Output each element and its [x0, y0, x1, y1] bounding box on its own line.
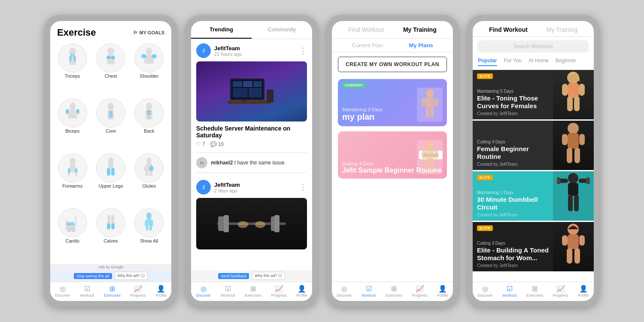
nav-workout-4[interactable]: ☑ Workout [502, 285, 516, 298]
exercise-show-all[interactable]: Show All [131, 208, 167, 261]
nav-workout-3[interactable]: ☑ Workout [361, 285, 376, 298]
tab-trending[interactable]: Trending [191, 21, 252, 39]
svg-rect-82 [243, 100, 246, 102]
exercise-upper-legs[interactable]: Upper Legs [93, 153, 128, 206]
nav-progress-1[interactable]: 📈 Progress [131, 285, 146, 298]
wc-creator-3: Created by JefitTeam [477, 213, 551, 217]
workout-icon-2: ☑ [225, 285, 231, 293]
tab-find-workout-4[interactable]: Find Workout [489, 26, 528, 33]
svg-point-106 [567, 72, 579, 84]
post-2-time: 2 days ago [214, 188, 299, 193]
post-1-more[interactable]: ⋮ [299, 46, 307, 55]
divider-2 [196, 173, 307, 173]
svg-text:J: J [202, 185, 205, 190]
post-2-more[interactable]: ⋮ [299, 182, 307, 192]
nav-profile-label-4: Profile [578, 293, 589, 298]
exercise-core[interactable]: Core [93, 98, 128, 151]
nav-workout-2[interactable]: ☑ Workout [221, 285, 235, 298]
nav-workout-label: Workout [80, 293, 94, 298]
svg-rect-29 [109, 113, 111, 115]
nav-profile-1[interactable]: 👤 Profile [155, 285, 167, 298]
workout-card-3[interactable]: ELITE Maintaining 1 Days 30 Minute Dumbb… [473, 171, 594, 221]
sub-tabs-3: Current Plan My Plans [332, 39, 453, 52]
my-training-screen: Find Workout My Training Current Plan My… [332, 21, 453, 301]
post-1-reactions: ♡ 7 💬 10 [196, 141, 307, 147]
sub-tab-myplans[interactable]: My Plans [409, 42, 433, 49]
nav-discover-2[interactable]: ◎ Discover [196, 285, 211, 298]
svg-rect-51 [146, 172, 149, 176]
svg-rect-110 [567, 96, 573, 111]
workout-card-4[interactable]: ELITE Cutting 3 Days Elite - Building A … [473, 222, 594, 271]
ad-label: Ads by Google [50, 264, 171, 270]
nav-discover-4[interactable]: ◎ Discover [477, 285, 492, 298]
exercise-glutes[interactable]: Glutes [131, 153, 167, 206]
sub-tab-current[interactable]: Current Plan [352, 42, 383, 49]
exercise-shoulder[interactable]: Shoulder [131, 43, 167, 96]
svg-point-56 [67, 228, 71, 232]
comment-count[interactable]: 💬 10 [210, 141, 224, 147]
exercise-triceps[interactable]: Triceps [55, 43, 90, 96]
nav-exercises-1[interactable]: ⊞ Exercises [104, 285, 121, 298]
nav-progress-4[interactable]: 📈 Progress [553, 285, 568, 298]
why-ad-button[interactable]: Why this ad? ⓘ [115, 272, 148, 280]
progress-icon-3: 📈 [416, 285, 424, 293]
wc-info-1: Maintaining 5 Days Elite - Toning Those … [477, 89, 551, 116]
stop-ad-button[interactable]: Stop seeing this ad [74, 273, 112, 279]
exercise-forearms[interactable]: Forearms [55, 153, 90, 206]
filter-popular[interactable]: Popular [478, 58, 497, 66]
tab-my-training-4[interactable]: My Training [547, 26, 577, 33]
filter-at-home[interactable]: At Home [529, 58, 549, 66]
phone-screen-1: Exercise 🏳 MY GOALS [44, 15, 177, 307]
svg-rect-96 [422, 98, 426, 106]
nav-workout-1[interactable]: ☑ Workout [80, 285, 94, 298]
send-feedback-button[interactable]: Send feedback [218, 273, 249, 279]
calves-label: Calves [103, 238, 118, 243]
workout-card-2[interactable]: Cutting 4 Days Female Beginner Routine C… [473, 121, 594, 170]
tab-my-training-3[interactable]: My Training [403, 26, 437, 33]
create-plan-button[interactable]: CREATE MY OWN WORKOUT PLAN [338, 57, 447, 72]
why-ad-button-2[interactable]: Why this ad? ⓘ [252, 272, 285, 280]
exercise-biceps[interactable]: Biceps [55, 98, 90, 151]
workout-icon: ☑ [84, 285, 90, 293]
nav-progress-3[interactable]: 📈 Progress [412, 285, 428, 298]
svg-rect-71 [149, 225, 152, 231]
exercise-back[interactable]: Back [131, 98, 167, 151]
nav-exercises-label-2: Exercises [245, 293, 261, 298]
svg-rect-125 [574, 195, 579, 211]
like-count[interactable]: ♡ 7 [196, 141, 205, 147]
nav-profile-2[interactable]: 👤 Profile [296, 285, 307, 298]
tab-find-workout-3[interactable]: Find Workout [348, 26, 384, 33]
tab-community[interactable]: Community [252, 21, 312, 39]
nav-exercises-2[interactable]: ⊞ Exercises [245, 285, 261, 298]
exercise-cardio[interactable]: Cardio [55, 208, 90, 261]
goals-label: MY GOALS [140, 30, 164, 35]
svg-rect-23 [68, 115, 70, 119]
search-workouts[interactable]: Search Workouts [478, 40, 589, 52]
svg-point-22 [76, 109, 79, 113]
nav-discover-3[interactable]: ◎ Discover [337, 285, 352, 298]
exercise-chest[interactable]: Chest [93, 43, 128, 96]
svg-rect-116 [567, 148, 572, 163]
jefitteam-avatar-2: J [196, 180, 211, 194]
nav-profile-3[interactable]: 👤 Profile [437, 285, 448, 298]
nav-progress-2[interactable]: 📈 Progress [271, 285, 287, 298]
workout-card-1[interactable]: ELITE Maintaining 5 Days Elite - Toning … [473, 70, 594, 119]
goals-button[interactable]: 🏳 MY GOALS [133, 30, 164, 35]
filter-beginner[interactable]: Beginner [556, 58, 576, 66]
filter-for-you[interactable]: For You [504, 58, 522, 66]
nav-exercises-3[interactable]: ⊞ Exercises [386, 285, 402, 298]
exercise-calves[interactable]: Calves [93, 208, 128, 261]
triceps-label: Triceps [65, 73, 80, 79]
nav-exercises-4[interactable]: ⊞ Exercises [526, 285, 543, 298]
nav-profile-label-3: Profile [437, 293, 448, 298]
svg-rect-83 [267, 89, 273, 102]
plan-card-1[interactable]: CURRENT Maintaining 3 Days my plan [338, 79, 447, 126]
plan-card-2[interactable]: Bulking 4 Days Jefit Sample Beginner Rou… [338, 131, 447, 179]
svg-point-14 [152, 54, 157, 58]
profile-icon-3: 👤 [438, 285, 447, 293]
nav-discover-1[interactable]: ◎ Discover [55, 285, 70, 298]
svg-rect-91 [274, 215, 279, 232]
wc-subtitle-3: Maintaining 1 Days [477, 190, 551, 195]
wc-creator-4: Created by JefitTeam [477, 263, 551, 268]
nav-profile-4[interactable]: 👤 Profile [578, 285, 589, 298]
